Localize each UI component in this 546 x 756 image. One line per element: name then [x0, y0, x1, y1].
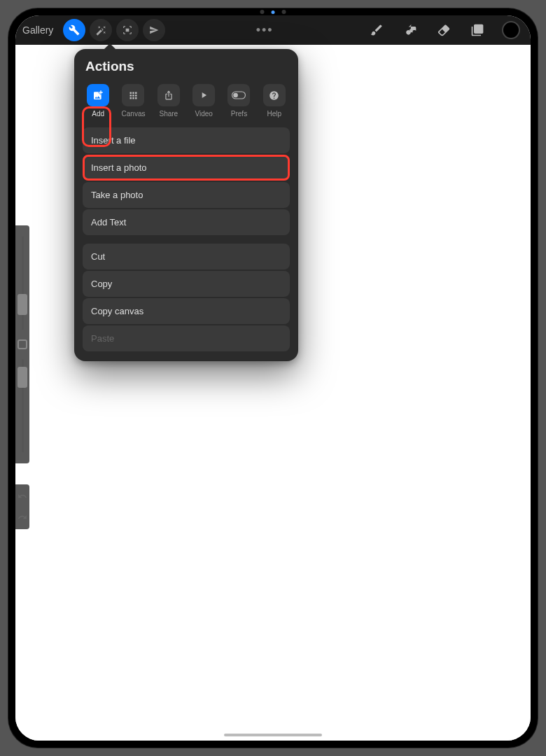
- eraser-button[interactable]: [431, 18, 456, 43]
- slider-thumb[interactable]: [18, 367, 27, 388]
- brush-icon: [370, 23, 384, 37]
- tab-help[interactable]: Help: [260, 84, 288, 118]
- undo-button[interactable]: [18, 491, 27, 501]
- brush-button[interactable]: [364, 18, 389, 43]
- tab-label: Canvas: [122, 110, 146, 118]
- redo-button[interactable]: [18, 512, 27, 522]
- brush-slider-panel: [15, 225, 29, 463]
- tab-label: Prefs: [231, 110, 247, 118]
- tab-share[interactable]: Share: [155, 84, 183, 118]
- brush-opacity-slider[interactable]: [22, 359, 24, 452]
- tab-label: Help: [267, 110, 282, 118]
- tab-canvas[interactable]: Canvas: [119, 84, 147, 118]
- menu-take-photo[interactable]: Take a photo: [83, 182, 290, 208]
- modify-button[interactable]: •••: [256, 23, 274, 38]
- smudge-button[interactable]: [398, 18, 423, 43]
- gallery-button[interactable]: Gallery: [22, 24, 53, 36]
- tab-add[interactable]: Add: [84, 84, 112, 118]
- wand-icon: [96, 25, 106, 36]
- tab-label: Video: [195, 110, 212, 118]
- add-menu-list: Insert a file Insert a photo Take a phot…: [83, 127, 290, 351]
- layers-icon: [470, 23, 484, 37]
- menu-insert-file[interactable]: Insert a file: [83, 127, 290, 153]
- menu-insert-photo[interactable]: Insert a photo: [83, 155, 290, 181]
- eraser-icon: [437, 23, 451, 37]
- modify-square[interactable]: [18, 340, 27, 349]
- wrench-icon: [69, 24, 80, 36]
- svg-point-1: [234, 93, 239, 98]
- undo-redo-panel: [15, 484, 29, 529]
- actions-tab-row: Add Canvas Share: [83, 84, 290, 118]
- toggle-icon: [227, 84, 250, 106]
- color-swatch-icon: [502, 21, 520, 39]
- tab-label: Add: [92, 110, 104, 118]
- redo-icon: [18, 512, 27, 522]
- home-indicator[interactable]: [224, 734, 322, 736]
- slider-thumb[interactable]: [18, 294, 27, 315]
- canvas-icon: [122, 84, 144, 106]
- brush-size-slider[interactable]: [22, 237, 24, 330]
- share-icon: [158, 84, 180, 106]
- adjustments-button[interactable]: [90, 19, 112, 41]
- menu-copy-canvas[interactable]: Copy canvas: [83, 298, 290, 324]
- add-image-icon: [87, 84, 109, 106]
- menu-cut[interactable]: Cut: [83, 244, 290, 270]
- device-sensors: [260, 10, 286, 14]
- color-button[interactable]: [498, 18, 524, 43]
- undo-icon: [18, 491, 27, 501]
- arrow-icon: [149, 25, 159, 35]
- smudge-icon: [403, 23, 417, 37]
- actions-popover: Actions Add Canvas: [74, 49, 298, 361]
- layers-button[interactable]: [465, 18, 490, 43]
- selection-button[interactable]: [116, 19, 139, 41]
- tab-prefs[interactable]: Prefs: [225, 84, 253, 118]
- top-toolbar: Gallery •••: [15, 15, 531, 45]
- menu-copy[interactable]: Copy: [83, 271, 290, 297]
- selection-icon: [122, 25, 132, 35]
- popover-title: Actions: [83, 59, 290, 74]
- play-icon: [192, 84, 215, 106]
- help-icon: [263, 84, 286, 106]
- menu-paste: Paste: [83, 326, 290, 351]
- menu-add-text[interactable]: Add Text: [83, 209, 290, 235]
- ipad-frame: Gallery •••: [8, 8, 538, 748]
- transform-button[interactable]: [143, 19, 165, 41]
- actions-button[interactable]: [63, 19, 85, 41]
- tab-video[interactable]: Video: [190, 84, 218, 118]
- tab-label: Share: [159, 110, 178, 118]
- screen: Gallery •••: [15, 15, 531, 741]
